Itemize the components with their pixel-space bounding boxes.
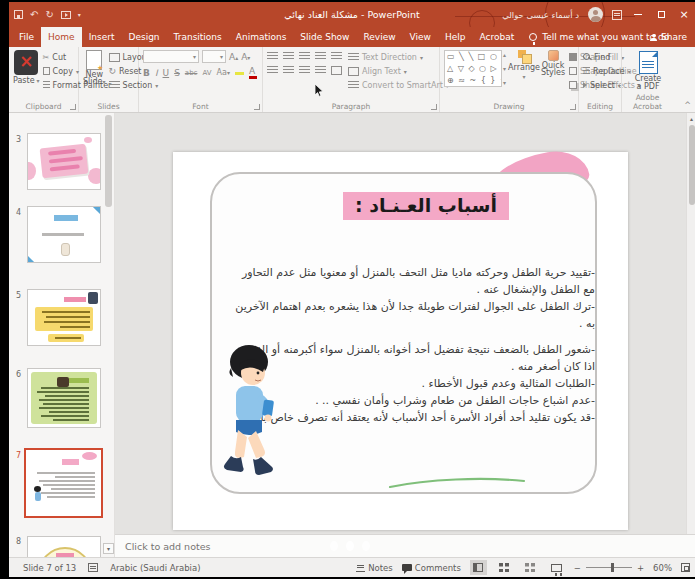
tab-acrobat[interactable]: Acrobat	[472, 27, 521, 47]
bullets-icon[interactable]	[267, 52, 278, 61]
quick-styles-label: Quick Styles	[541, 62, 565, 76]
increase-indent-icon[interactable]	[315, 52, 326, 61]
lightbulb-icon	[529, 33, 537, 41]
replace-button[interactable]: Replace▾	[583, 64, 618, 78]
minimize-button[interactable]	[631, 7, 645, 23]
account-avatar[interactable]	[588, 7, 603, 22]
tab-slideshow[interactable]: Slide Show	[293, 27, 356, 47]
zoom-percentage[interactable]: 60%	[653, 563, 672, 573]
vertical-scrollbar[interactable]: ▴	[686, 113, 695, 534]
arrange-button[interactable]: Arrange ▾	[511, 50, 537, 92]
notes-icon	[356, 564, 365, 572]
bold-button[interactable]: B	[143, 68, 150, 78]
underline-button[interactable]: U	[163, 68, 170, 78]
text-highlight-button[interactable]	[235, 68, 244, 77]
share-button[interactable]: Share	[650, 27, 687, 47]
paste-icon: ×	[14, 50, 38, 75]
grow-font-button[interactable]: A▴	[229, 52, 238, 62]
zoom-out-button[interactable]: −	[574, 563, 581, 573]
notes-pane[interactable]: Click to add notes	[115, 534, 695, 557]
zoom-in-button[interactable]: +	[637, 563, 644, 573]
thumbnail-scrollbar-thumb[interactable]	[105, 115, 112, 207]
restore-button[interactable]	[654, 7, 668, 23]
font-color-button[interactable]: A	[249, 66, 257, 79]
tab-design[interactable]: Design	[121, 27, 166, 47]
notes-toggle[interactable]: Notes	[356, 563, 393, 573]
scrollbar-thumb[interactable]	[689, 125, 695, 205]
account-name[interactable]: د أسماء عيسى حوالي	[502, 10, 579, 20]
shapes-gallery[interactable]: ▭ ╲ ╲ □ ○ ▱ △ ▽ ◇ ○ ▷ ◁ ⊕ ≈ ~ { } ☆	[444, 50, 502, 87]
font-size-dropdown[interactable]: ▾	[202, 50, 226, 63]
select-button[interactable]: Select▾	[583, 78, 618, 92]
align-right-icon[interactable]	[267, 66, 278, 75]
tab-review[interactable]: Review	[356, 27, 402, 47]
clipboard-dialog-launcher[interactable]	[70, 104, 76, 110]
tab-home[interactable]: Home	[41, 27, 82, 47]
shapes-gallery-scroll[interactable]: ▴ ▾ ▾	[502, 50, 507, 87]
body-line: -تقييد حرية الطفل وحركته ماديا مثل التحف…	[223, 264, 595, 281]
slide-canvas[interactable]: أسباب العـنـاد : -تقييد حرية الطفل وحركت…	[115, 113, 686, 534]
tab-file[interactable]: File	[12, 27, 41, 47]
thumbnail-slide-8[interactable]	[27, 536, 101, 557]
scroll-up-icon[interactable]: ▴	[687, 115, 695, 122]
spell-check-icon[interactable]	[88, 563, 98, 572]
thumbnail-slide-6[interactable]	[27, 368, 101, 428]
strikethrough-button[interactable]: S	[174, 68, 180, 78]
font-dialog-launcher[interactable]	[254, 104, 260, 110]
collapse-ribbon-icon[interactable]: ^	[684, 101, 691, 110]
tab-insert[interactable]: Insert	[82, 27, 122, 47]
paragraph-group: Text Direction▾ Align Text▾ Convert to S…	[263, 47, 440, 112]
drawing-dialog-launcher[interactable]	[570, 104, 576, 110]
thumbnail-scroll-down-button[interactable]: ▾	[103, 543, 114, 554]
thumbnail-slide-7-selected[interactable]	[24, 448, 103, 518]
align-text-button[interactable]: Align Text▾	[348, 64, 449, 78]
tab-animations[interactable]: Animations	[229, 27, 294, 47]
columns-icon[interactable]	[331, 66, 342, 75]
slideshow-view-button[interactable]	[548, 560, 565, 575]
zoom-slider-thumb[interactable]	[611, 563, 614, 572]
tell-me-box[interactable]: Tell me what you want to do	[529, 27, 669, 47]
numbering-icon[interactable]	[283, 52, 294, 61]
font-name-dropdown[interactable]: ▾	[143, 50, 199, 63]
italic-button[interactable]: I	[155, 68, 158, 78]
zoom-slider-track[interactable]	[586, 567, 632, 568]
change-case-button[interactable]: Aa▾	[217, 68, 230, 77]
justify-icon[interactable]	[315, 66, 326, 75]
strikethrough-sample[interactable]: abc	[185, 69, 198, 77]
thumbnail-slide-5[interactable]	[27, 289, 101, 346]
find-button[interactable]: Find	[583, 50, 618, 64]
quick-styles-button[interactable]: Quick Styles	[541, 50, 565, 92]
text-direction-button[interactable]: Text Direction▾	[348, 50, 449, 64]
language-indicator[interactable]: Arabic (Saudi Arabia)	[110, 563, 200, 573]
normal-view-button[interactable]	[470, 560, 487, 575]
current-slide[interactable]: أسباب العـنـاد : -تقييد حرية الطفل وحركت…	[173, 152, 628, 530]
tab-help[interactable]: Help	[438, 27, 473, 47]
thumbnail-slide-4[interactable]	[27, 206, 101, 263]
close-button[interactable]: ×	[677, 7, 691, 23]
reading-view-button[interactable]	[522, 560, 539, 575]
slides-group: NewSlide▾ Layout▾ ↻Reset Section▾ Slides	[79, 47, 139, 112]
decrease-indent-icon[interactable]	[299, 52, 310, 61]
shrink-font-button[interactable]: A▾	[241, 52, 250, 62]
thumbnail-slide-3[interactable]	[27, 133, 101, 190]
thumb3-card	[40, 144, 89, 179]
align-left-icon[interactable]	[299, 66, 310, 75]
tab-transitions[interactable]: Transitions	[167, 27, 229, 47]
line-spacing-icon[interactable]	[331, 52, 342, 61]
ribbon-display-options-icon[interactable]	[612, 10, 622, 20]
new-slide-button[interactable]: NewSlide▾	[83, 50, 106, 92]
character-spacing-button[interactable]: AV	[202, 69, 211, 77]
comments-toggle[interactable]: Comments	[402, 563, 461, 573]
create-pdf-button[interactable]: Create a PDF	[626, 50, 670, 91]
notes-placeholder[interactable]: Click to add notes	[125, 541, 210, 552]
align-center-icon[interactable]	[283, 66, 294, 75]
paste-button[interactable]: × Paste▾	[13, 50, 40, 92]
paragraph-dialog-launcher[interactable]	[431, 104, 437, 110]
slide-sorter-view-button[interactable]	[496, 560, 513, 575]
slide-title[interactable]: أسباب العـنـاد :	[343, 192, 509, 220]
fit-slide-to-window-icon[interactable]	[681, 563, 690, 572]
dropdown-icon: ▾	[37, 77, 40, 84]
tab-view[interactable]: View	[403, 27, 438, 47]
convert-smartart-button[interactable]: Convert to SmartArt▾	[348, 78, 449, 92]
dropdown-icon: ▾	[103, 78, 106, 85]
